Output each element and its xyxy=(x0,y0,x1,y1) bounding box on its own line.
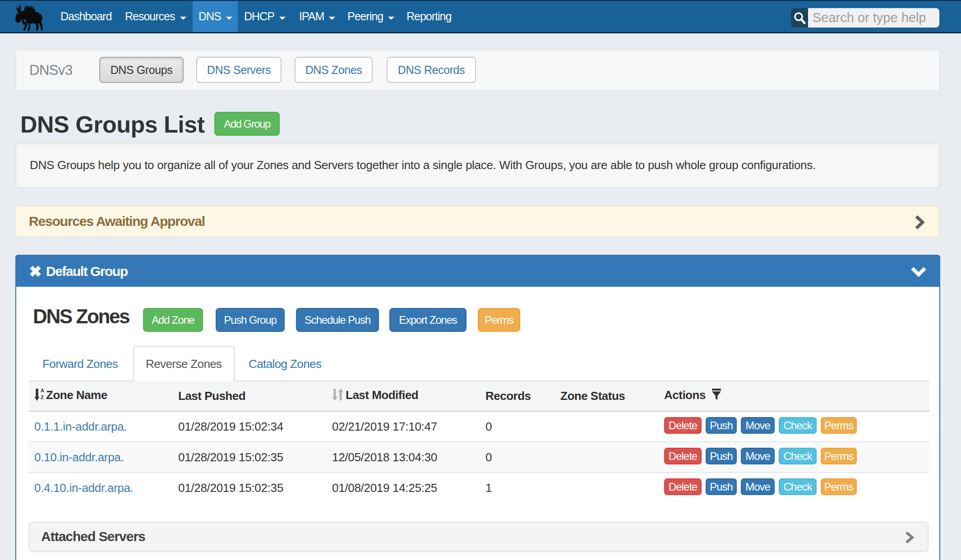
svg-text:Z: Z xyxy=(41,395,44,400)
svg-text:A: A xyxy=(41,388,44,393)
